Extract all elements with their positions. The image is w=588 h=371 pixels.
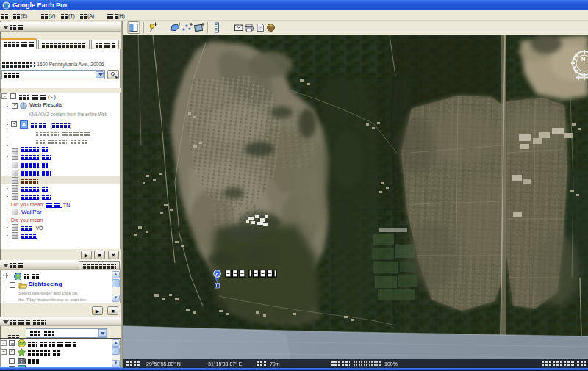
svg-text:U: U [216,284,219,288]
svg-text:N: N [581,56,585,62]
svg-text:A: A [215,272,219,277]
